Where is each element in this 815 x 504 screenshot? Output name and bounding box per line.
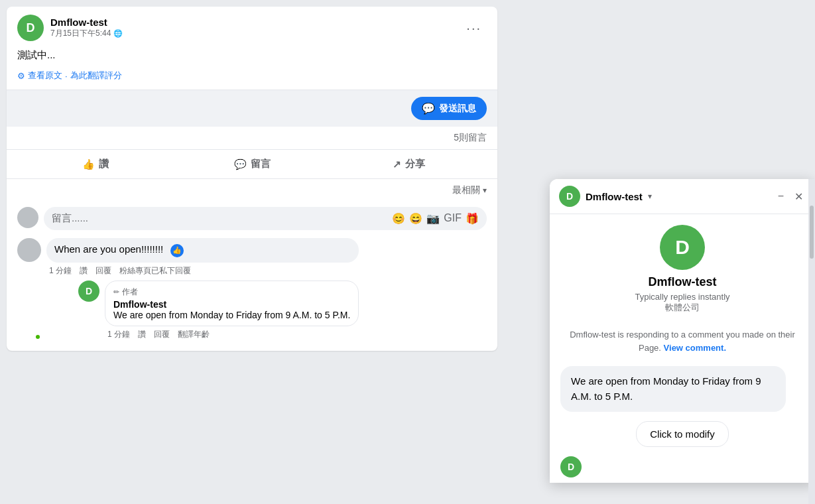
- scroll-thumb[interactable]: [810, 206, 814, 259]
- reply-bubble: ✏ 作者 Dmflow-test We are open from Monday…: [105, 281, 359, 326]
- sort-label: 最相關: [452, 184, 480, 196]
- post-header-left: D Dmflow-test 7月15日下午5:44 🌐: [17, 15, 123, 41]
- comment-icon: 💬: [234, 158, 247, 170]
- messenger-header-icons: − ✕: [775, 188, 806, 206]
- sort-bar: 最相關 ▾: [7, 179, 497, 202]
- send-message-label: 發送訊息: [439, 103, 476, 115]
- like-icon: 👍: [82, 158, 95, 170]
- reply-author-name: Dmflow-test: [113, 299, 350, 310]
- commenter-avatar: [17, 238, 41, 262]
- sticker-icon[interactable]: 🎁: [466, 212, 479, 225]
- separator: ·: [65, 71, 68, 81]
- comment-time: 1 分鐘: [49, 265, 72, 277]
- share-label: 分享: [405, 158, 425, 170]
- messenger-chevron-icon[interactable]: ▾: [648, 192, 652, 201]
- more-options-button[interactable]: ···: [461, 18, 487, 38]
- comment-count: 5則留言: [454, 132, 487, 144]
- post-translate-bar: ⚙ 查看原文 · 為此翻譯評分: [7, 70, 497, 90]
- messenger-panel: D Dmflow-test ▾ − ✕ D Dmflow-test Typica…: [550, 179, 815, 483]
- post-time-text: 7月15日下午5:44: [50, 28, 111, 39]
- minimize-button[interactable]: −: [775, 188, 786, 206]
- messenger-header-avatar: D: [559, 186, 580, 207]
- private-reply-badge: 粉絲專頁已私下回覆: [119, 265, 191, 277]
- comment-input-avatar: [17, 207, 38, 228]
- messenger-header: D Dmflow-test ▾ − ✕: [550, 179, 815, 214]
- post-content: 測試中...: [7, 46, 497, 70]
- reply-text: We are open from Monday to Friday from 9…: [113, 310, 350, 320]
- rate-translation-link[interactable]: 為此翻譯評分: [70, 70, 122, 82]
- online-indicator: [34, 334, 41, 340]
- messenger-bottom-avatar: D: [560, 456, 582, 477]
- comment-input-icons: 😊 😄 📷 GIF 🎁: [392, 212, 479, 225]
- view-original-link[interactable]: 查看原文: [28, 70, 62, 82]
- messenger-icon: 💬: [422, 102, 435, 115]
- comment-bubble: When are you open!!!!!!!! 👍: [46, 238, 359, 263]
- close-button[interactable]: ✕: [792, 188, 806, 206]
- facebook-post-container: D Dmflow-test 7月15日下午5:44 🌐 ··· 測試中... ⚙…: [0, 0, 504, 504]
- send-message-bar: 💬 發送訊息: [7, 90, 497, 127]
- comment-input-row: 留言...... 😊 😄 📷 GIF 🎁: [7, 202, 497, 235]
- like-button[interactable]: 👍 讚: [17, 153, 174, 176]
- send-message-button[interactable]: 💬 發送訊息: [411, 97, 487, 120]
- messenger-page-name: Dmflow-test: [586, 191, 643, 202]
- reply-time: 1 分鐘: [107, 329, 130, 340]
- comment-label: 留言: [251, 158, 271, 170]
- post-time: 7月15日下午5:44 🌐: [50, 28, 123, 39]
- comment-count-bar: 5則留言: [7, 127, 497, 150]
- click-to-modify-button[interactable]: Click to modify: [636, 421, 729, 447]
- reply-actions: 1 分鐘 讚 回覆 翻譯年齡: [105, 326, 359, 340]
- post-card: D Dmflow-test 7月15日下午5:44 🌐 ··· 測試中... ⚙…: [7, 7, 497, 351]
- reply-comment: D ✏ 作者 Dmflow-test We are open from Mond…: [78, 281, 359, 340]
- reply-body: ✏ 作者 Dmflow-test We are open from Monday…: [105, 281, 359, 340]
- pencil-icon: ✏: [113, 288, 119, 296]
- messenger-replies-instantly: Typically replies instantly: [635, 292, 729, 302]
- view-comment-link[interactable]: View comment.: [664, 343, 726, 353]
- comment-button[interactable]: 💬 留言: [174, 153, 330, 176]
- post-header: D Dmflow-test 7月15日下午5:44 🌐 ···: [7, 7, 497, 46]
- comment-reply-action[interactable]: 回覆: [95, 265, 111, 277]
- post-author-avatar: D: [17, 15, 44, 41]
- comment-input-box[interactable]: 留言...... 😊 😄 📷 GIF 🎁: [44, 207, 487, 230]
- messenger-bottom-row: D: [550, 451, 815, 483]
- author-label: 作者: [122, 286, 138, 298]
- comment-section: When are you open!!!!!!!! 👍 1 分鐘 讚 回覆 粉絲…: [7, 235, 497, 351]
- reply-translate-action[interactable]: 翻譯年齡: [178, 329, 210, 340]
- gear-icon[interactable]: ⚙: [17, 71, 25, 81]
- messenger-message-bubble: We are open from Monday to Friday from 9…: [560, 366, 786, 412]
- camera-icon[interactable]: 📷: [426, 212, 440, 225]
- like-label: 讚: [99, 158, 109, 170]
- post-meta: Dmflow-test 7月15日下午5:44 🌐: [50, 17, 123, 39]
- comment-body: When are you open!!!!!!!! 👍 1 分鐘 讚 回覆 粉絲…: [46, 238, 359, 340]
- emoji-icon[interactable]: 😊: [392, 212, 405, 225]
- reply-reply-action[interactable]: 回覆: [154, 329, 170, 340]
- sort-chevron-icon[interactable]: ▾: [483, 186, 487, 195]
- comment-placeholder: 留言......: [52, 212, 88, 225]
- reply-avatar: D: [78, 281, 99, 302]
- messenger-body: D Dmflow-test Typically replies instantl…: [550, 214, 815, 322]
- messenger-responding-notice: Dmflow-test is responding to a comment y…: [550, 322, 815, 361]
- messenger-large-avatar: D: [660, 225, 705, 270]
- comment-actions: 1 分鐘 讚 回覆 粉絲專頁已私下回覆: [46, 263, 359, 277]
- reply-like-action[interactable]: 讚: [138, 329, 146, 340]
- scrollbar[interactable]: [808, 179, 815, 504]
- action-bar: 👍 讚 💬 留言 ↗ 分享: [7, 150, 497, 179]
- post-author-name: Dmflow-test: [50, 17, 123, 28]
- share-icon: ↗: [393, 158, 401, 170]
- like-thumb-icon: 👍: [170, 244, 184, 257]
- comment-like-action[interactable]: 讚: [80, 265, 88, 277]
- messenger-header-left: D Dmflow-test ▾: [559, 186, 652, 207]
- comment-text: When are you open!!!!!!!!: [54, 243, 163, 255]
- globe-icon: 🌐: [113, 29, 123, 38]
- commenter-avatar-wrapper: [17, 238, 41, 340]
- smile-icon[interactable]: 😄: [409, 212, 422, 225]
- share-button[interactable]: ↗ 分享: [330, 153, 487, 176]
- author-tag: ✏ 作者: [113, 286, 350, 298]
- messenger-company-type: 軟體公司: [665, 302, 700, 314]
- table-row: When are you open!!!!!!!! 👍 1 分鐘 讚 回覆 粉絲…: [17, 238, 487, 340]
- gif-icon[interactable]: GIF: [444, 212, 462, 225]
- messenger-display-name: Dmflow-test: [649, 275, 717, 289]
